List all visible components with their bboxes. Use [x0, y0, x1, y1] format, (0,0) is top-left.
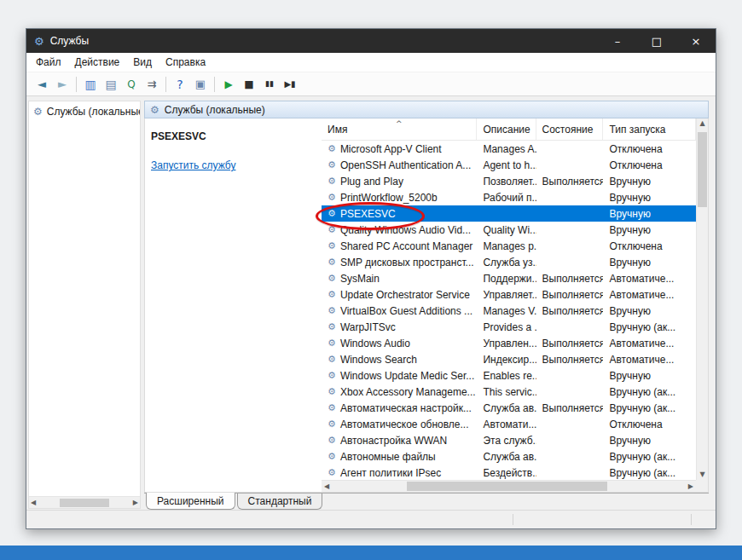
table-row[interactable]: ⚙Автоматическая настройк...Служба ав...В… [322, 400, 696, 416]
tab-extended[interactable]: Расширенный [146, 493, 235, 510]
service-description-cell: Служба ав... [477, 402, 536, 414]
panel-body: PSEXESVC Запустить службу ^ Имя Описание… [144, 118, 709, 493]
service-startup-cell: Автоматиче... [603, 338, 696, 349]
service-name: SysMain [340, 273, 380, 285]
close-button[interactable]: × [676, 29, 716, 53]
column-header-status[interactable]: Состояние [536, 118, 604, 140]
table-row[interactable]: ⚙PrintWorkflow_5200bРабочий п...Вручную [322, 189, 696, 205]
scroll-right-icon[interactable]: ▶ [133, 499, 138, 506]
service-description-cell: Рабочий п... [477, 192, 536, 204]
service-gear-icon: ⚙ [328, 355, 336, 364]
service-name-cell: ⚙Xbox Accessory Manageme... [322, 386, 477, 398]
show-console-tree-icon[interactable]: ▥ [80, 75, 101, 94]
services-panel: ⚙ Службы (локальные) PSEXESVC Запустить … [144, 101, 709, 510]
vertical-scrollbar[interactable]: ▲ ▼ [696, 118, 708, 480]
table-row[interactable]: ⚙VirtualBox Guest Additions ...Manages V… [322, 303, 696, 319]
menu-item-file[interactable]: Файл [29, 54, 68, 71]
table-row[interactable]: ⚙SysMainПоддержи...ВыполняетсяАвтоматиче… [322, 270, 696, 286]
tree-scrollbar-thumb[interactable] [60, 499, 109, 507]
service-startup-cell: Отключена [603, 143, 696, 155]
start-service-icon[interactable]: ▶ [218, 75, 239, 94]
column-header-name[interactable]: ^ Имя [322, 118, 477, 140]
service-name: Windows Update Medic Ser... [340, 370, 474, 382]
service-name-cell: ⚙WarpJITSvc [322, 321, 477, 333]
table-row[interactable]: ⚙Xbox Accessory Manageme...This servic..… [322, 384, 696, 400]
service-gear-icon: ⚙ [328, 160, 336, 170]
column-header-startup-type[interactable]: Тип запуска [603, 118, 696, 140]
table-row[interactable]: ⚙Автоматическое обновле...Автомати...Отк… [322, 416, 696, 432]
table-row[interactable]: ⚙OpenSSH Authentication A...Agent to h..… [322, 157, 696, 173]
list-header: ^ Имя Описание Состояние Тип запуска [322, 118, 696, 141]
service-description-cell: Позволяет... [477, 176, 536, 188]
column-header-description[interactable]: Описание [477, 118, 536, 140]
service-description-cell: Эта служб... [477, 435, 536, 447]
service-name: OpenSSH Authentication A... [340, 159, 471, 171]
restart-service-icon[interactable]: ▶▮ [280, 75, 300, 94]
service-startup-cell: Вручную [603, 257, 696, 268]
start-service-link[interactable]: Запустить службу [151, 159, 235, 171]
table-row[interactable]: ⚙Автономные файлыСлужба ав...Вручную (ак… [322, 448, 696, 465]
table-row[interactable]: ⚙Автонастройка WWANЭта служб...Вручную [322, 432, 696, 448]
vertical-scrollbar-thumb[interactable] [698, 132, 707, 207]
scroll-left-icon[interactable]: ◀ [324, 483, 329, 490]
properties-icon[interactable]: ▤ [101, 75, 121, 94]
service-description-cell: Agent to h... [477, 159, 536, 171]
forward-icon[interactable]: ► [52, 75, 72, 94]
scroll-down-icon[interactable]: ▼ [697, 471, 708, 478]
service-description-cell: Manages V... [477, 305, 536, 317]
menu-item-view[interactable]: Вид [126, 54, 159, 71]
horizontal-scrollbar[interactable]: ◀ ▶ [322, 480, 696, 492]
back-icon[interactable]: ◄ [32, 75, 52, 94]
export-icon[interactable]: ⇉ [142, 75, 162, 94]
panel-header: ⚙ Службы (локальные) [144, 101, 709, 118]
tree-horizontal-scrollbar[interactable]: ◀ ▶ [29, 496, 140, 508]
minimize-button[interactable]: – [598, 29, 637, 53]
table-row[interactable]: ⚙Quality Windows Audio Vid...Quality Wi.… [322, 222, 696, 238]
table-row[interactable]: ⚙Microsoft App-V ClientManages A...Отклю… [322, 141, 696, 157]
export-list-icon[interactable]: Q [121, 75, 142, 94]
service-startup-cell: Вручную [603, 224, 696, 236]
scroll-up-icon[interactable]: ▲ [697, 120, 708, 127]
service-description-cell: Enables re... [477, 370, 536, 382]
menu-item-action[interactable]: Действие [68, 54, 127, 71]
table-row[interactable]: ⚙Windows Update Medic Ser...Enables re..… [322, 367, 696, 384]
service-description-cell: Manages A... [477, 143, 536, 155]
service-name: SMP дисковых пространст... [340, 257, 474, 268]
service-name: Windows Search [340, 354, 417, 366]
pause-service-icon[interactable]: ▮▮ [259, 75, 280, 94]
help-icon[interactable]: ? [170, 75, 190, 94]
service-name: Microsoft App-V Client [340, 143, 442, 155]
service-description-cell: Бездейств... [477, 467, 536, 479]
stop-service-icon[interactable]: ■ [239, 75, 259, 94]
service-name-cell: ⚙SMP дисковых пространст... [322, 257, 477, 268]
tree-item-label: Службы (локальные) [47, 106, 140, 118]
service-startup-cell: Вручную [603, 176, 696, 188]
services-node-gear-icon: ⚙ [33, 106, 43, 118]
table-row[interactable]: ⚙Update Orchestrator ServiceУправляет...… [322, 286, 696, 303]
column-header-name-label: Имя [328, 124, 347, 136]
tree-item-services[interactable]: ⚙ Службы (локальные) [29, 101, 140, 118]
table-row[interactable]: ⚙Windows SearchИндексир...ВыполняетсяАвт… [322, 351, 696, 367]
table-row[interactable]: ⚙Агент политики IPsecБездейств...Вручную… [322, 465, 696, 480]
table-row[interactable]: ⚙Windows AudioУправлен...ВыполняетсяАвто… [322, 335, 696, 351]
table-row[interactable]: ⚙PSEXESVCВручную [322, 205, 696, 222]
service-name: Shared PC Account Manager [340, 240, 472, 252]
horizontal-scrollbar-thumb[interactable] [407, 482, 607, 491]
new-window-icon[interactable]: ▣ [190, 75, 211, 94]
service-rows: ⚙Microsoft App-V ClientManages A...Отклю… [322, 141, 696, 480]
table-row[interactable]: ⚙WarpJITSvcProvides a ...Вручную (ак... [322, 319, 696, 335]
status-bar-divider [513, 514, 513, 525]
scroll-left-icon[interactable]: ◀ [31, 499, 36, 506]
services-window: ⚙ Службы – □ × ФайлДействиеВидСправка ◄►… [26, 28, 716, 529]
tab-standard[interactable]: Стандартный [237, 494, 323, 510]
service-status-cell: Выполняется [536, 176, 604, 188]
service-name: Автономные файлы [340, 451, 436, 463]
service-name: Xbox Accessory Manageme... [340, 386, 476, 398]
table-row[interactable]: ⚙Shared PC Account ManagerManages p...От… [322, 238, 696, 254]
table-row[interactable]: ⚙SMP дисковых пространст...Служба уз...В… [322, 254, 696, 270]
service-gear-icon: ⚙ [328, 452, 336, 461]
menu-item-help[interactable]: Справка [159, 54, 212, 71]
maximize-button[interactable]: □ [637, 29, 676, 53]
scroll-right-icon[interactable]: ▶ [688, 483, 693, 490]
table-row[interactable]: ⚙Plug and PlayПозволяет...ВыполняетсяВру… [322, 173, 696, 189]
